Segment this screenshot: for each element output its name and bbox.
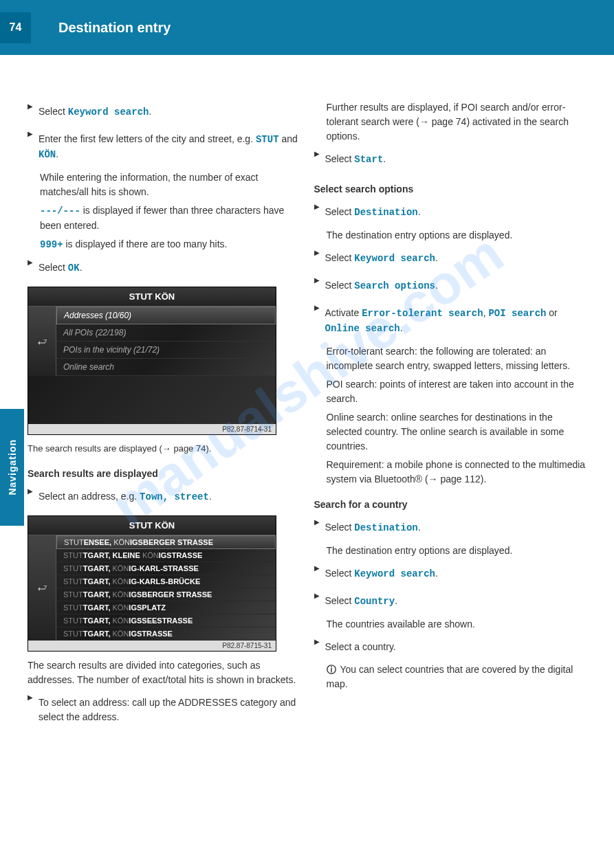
page-number: 74 <box>0 12 31 43</box>
text: Select <box>325 522 355 533</box>
step: Select Start. <box>314 148 587 171</box>
ui-label: Keyword search <box>354 568 435 579</box>
back-icon[interactable]: ⮐ <box>28 307 56 376</box>
ui-label: KÖN <box>39 149 56 160</box>
text: Select <box>325 595 355 606</box>
text: Select <box>325 252 355 263</box>
text: . <box>80 262 83 273</box>
paragraph: The destination entry options are displa… <box>327 228 587 243</box>
text: . <box>418 522 421 533</box>
header-bar: 74 Destination entry <box>0 0 614 55</box>
text: Select <box>325 280 355 291</box>
step: Select Search options. <box>314 274 587 298</box>
screenshot-results-categories: STUT KÖN ⮐ Addresses (10/60) All POIs (2… <box>28 287 276 435</box>
text: . <box>435 280 438 291</box>
text: . <box>56 148 58 159</box>
step: Activate Error-tolerant search, POI sear… <box>314 302 587 340</box>
text: is displayed if there are too many hits. <box>63 238 228 249</box>
ui-label: Destination <box>354 207 417 218</box>
paragraph: While entering the information, the numb… <box>40 170 300 199</box>
step: To select an address: call up the ADDRES… <box>28 691 300 728</box>
text: . <box>435 252 438 263</box>
text: or <box>546 307 557 318</box>
side-tab: Navigation <box>0 409 24 526</box>
list-item[interactable]: POIs in the vicinity (21/72) <box>56 342 276 359</box>
text: . <box>395 595 397 606</box>
ui-label: Country <box>354 596 395 607</box>
step: Select an address, e.g. Town, street. <box>28 485 300 509</box>
text: To select an address: call up the ADDRES… <box>39 695 300 724</box>
text: Select an address, e.g. <box>39 491 140 502</box>
info-note: You can select countries that are covere… <box>327 663 587 691</box>
ui-label: Error-tolerant search <box>362 308 483 319</box>
list-item[interactable]: STUTTGART, KÖNIGSTRASSE <box>56 627 276 641</box>
step: Enter the first few letters of the city … <box>28 128 300 166</box>
paragraph: 999+ is displayed if there are too many … <box>40 237 300 252</box>
ui-label: 999+ <box>40 239 63 250</box>
ui-label: Search options <box>354 280 435 291</box>
ui-label: OK <box>68 263 80 274</box>
ui-label: Online search <box>325 323 400 334</box>
header-title: Destination entry <box>58 20 171 36</box>
text: . <box>400 322 403 333</box>
paragraph: POI search: points of interest are taken… <box>327 377 587 406</box>
text: Select <box>39 106 68 117</box>
list-item[interactable]: STUTTGART, KÖNIGSBERGER STRASSE <box>56 588 276 601</box>
screenshot-title: STUT KÖN <box>28 287 276 307</box>
text: Select a country. <box>325 640 396 654</box>
paragraph: ---/--- is displayed if fewer than three… <box>40 203 300 233</box>
step: Select a country. <box>314 636 587 658</box>
paragraph: Error-tolerant search: the following are… <box>327 344 587 373</box>
section-heading: Search results are displayed <box>28 467 300 481</box>
text: Select <box>325 568 355 579</box>
screenshot-address-list: STUT KÖN ⮐ STUTENSEE, KÖNIGSBERGER STRAS… <box>28 515 276 652</box>
step: Select Destination. <box>314 516 587 539</box>
ui-label: Start <box>354 154 383 165</box>
step: Select Keyword search. <box>314 562 587 586</box>
text: . <box>209 491 212 502</box>
side-tab-label: Navigation <box>7 439 18 496</box>
ui-label: ---/--- <box>40 205 80 216</box>
text: . <box>383 153 386 164</box>
paragraph: Online search: online searches for desti… <box>327 410 587 454</box>
left-column: Select Keyword search. Enter the first f… <box>21 96 307 733</box>
paragraph: The destination entry options are displa… <box>327 544 587 558</box>
screenshot-title: STUT KÖN <box>28 516 276 535</box>
text: Select <box>39 262 68 273</box>
section-heading: Search for a country <box>314 498 587 512</box>
ui-label: STUT <box>256 134 279 145</box>
ui-label: Keyword search <box>354 253 435 264</box>
text: . <box>149 106 151 117</box>
section-heading: Select search options <box>314 182 587 197</box>
ui-label: POI search <box>488 308 546 319</box>
text: Activate <box>325 307 362 318</box>
list-item[interactable]: Online search <box>56 359 276 376</box>
caption: The search results are displayed (→ page… <box>28 442 300 456</box>
paragraph: The search results are divided into cate… <box>28 658 300 687</box>
text: Select <box>325 206 355 217</box>
list-item[interactable]: STUTTGART, KLEINE KÖNIGSTRASSE <box>56 549 276 562</box>
paragraph: Further results are displayed, if POI se… <box>327 100 587 144</box>
screenshot-ref: P82.87-8715-31 <box>28 641 276 651</box>
text: . <box>435 568 438 579</box>
ui-label: Destination <box>354 522 417 533</box>
right-column: Further results are displayed, if POI se… <box>307 96 594 733</box>
text: Enter the first few letters of the city … <box>39 133 256 144</box>
list-item[interactable]: All POIs (22/198) <box>56 324 276 342</box>
ui-label: Keyword search <box>68 107 149 118</box>
text: . <box>418 206 421 217</box>
list-item[interactable]: STUTENSEE, KÖNIGSBERGER STRASSE <box>56 535 276 549</box>
back-icon[interactable]: ⮐ <box>28 535 56 641</box>
list-item[interactable]: STUTTGART, KÖNIGSSEESTRASSE <box>56 614 276 627</box>
paragraph: The countries available are shown. <box>327 617 587 632</box>
screenshot-ref: P82.87-8714-31 <box>28 424 276 434</box>
list-item[interactable]: STUTTGART, KÖNIGSPLATZ <box>56 601 276 614</box>
list-item[interactable]: STUTTGART, KÖNIG-KARL-STRASSE <box>56 562 276 575</box>
paragraph: Requirement: a mobile phone is connected… <box>327 458 587 487</box>
step: Select Country. <box>314 590 587 613</box>
list-item[interactable]: STUTTGART, KÖNIG-KARLS-BRÜCKE <box>56 575 276 588</box>
step: Select Destination. <box>314 201 587 224</box>
list-item[interactable]: Addresses (10/60) <box>56 307 276 324</box>
ui-label: Town, street <box>140 491 209 502</box>
text: Select <box>325 153 355 164</box>
